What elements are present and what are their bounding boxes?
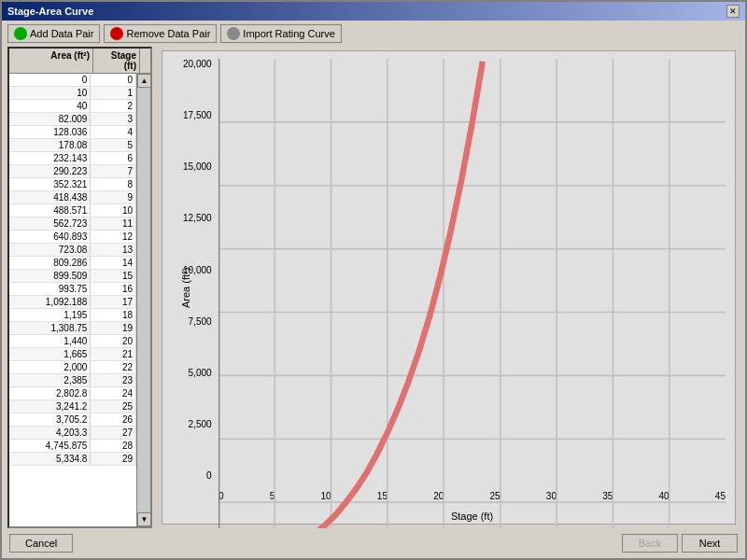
stage-cell: 1: [91, 87, 136, 99]
y-tick-label: 20,000: [183, 59, 212, 69]
stage-cell: 9: [91, 191, 136, 203]
area-cell: 562.723: [9, 217, 91, 230]
area-cell: 10: [9, 87, 91, 99]
chart-inner: 20,00017,50015,00012,50010,0007,5005,000…: [209, 51, 735, 524]
area-cell: 290.223: [9, 165, 91, 177]
table-row[interactable]: 993.7516: [9, 283, 136, 296]
table-row[interactable]: 128.0364: [9, 126, 136, 139]
table-row[interactable]: 82.0093: [9, 113, 136, 126]
area-cell: 899.509: [9, 270, 91, 282]
area-cell: 0: [9, 74, 91, 86]
area-cell: 5,334.8: [9, 453, 91, 465]
add-data-pair-button[interactable]: Add Data Pair: [7, 24, 100, 43]
table-row[interactable]: 2,802.824: [9, 387, 136, 400]
import-rating-curve-button[interactable]: Import Rating Curve: [220, 24, 341, 43]
add-icon: [14, 27, 27, 40]
scroll-down-button[interactable]: ▼: [137, 512, 150, 526]
y-tick-label: 0: [206, 470, 212, 481]
col-header-stage: Stage (ft): [93, 49, 140, 73]
stage-cell: 0: [91, 74, 136, 86]
table-row[interactable]: 3,705.226: [9, 413, 136, 427]
area-cell: 4,745.875: [9, 440, 91, 452]
table-row[interactable]: 418.4389: [9, 191, 136, 204]
area-cell: 352.321: [9, 178, 91, 190]
chart-y-axis-labels: 20,00017,50015,00012,50010,0007,5005,000…: [183, 59, 212, 481]
scroll-up-button[interactable]: ▲: [137, 74, 150, 88]
remove-label: Remove Data Pair: [126, 28, 210, 39]
stage-cell: 5: [91, 139, 136, 151]
area-cell: 2,000: [9, 361, 91, 373]
table-row[interactable]: 1,66521: [9, 348, 136, 361]
stage-cell: 7: [91, 165, 136, 177]
table-row[interactable]: 352.3218: [9, 178, 136, 191]
table-row[interactable]: 1,44020: [9, 335, 136, 348]
close-button[interactable]: ✕: [726, 5, 740, 18]
area-cell: 418.438: [9, 191, 91, 203]
back-button[interactable]: Back: [622, 534, 678, 553]
table-row[interactable]: 1,092.18817: [9, 296, 136, 309]
stage-cell: 3: [91, 113, 136, 125]
stage-cell: 15: [91, 270, 136, 282]
table-row[interactable]: 2,00022: [9, 361, 136, 374]
stage-cell: 25: [91, 400, 136, 413]
table-row[interactable]: 1,19518: [9, 309, 136, 322]
area-cell: 4,203.3: [9, 427, 91, 439]
area-cell: 723.08: [9, 244, 91, 256]
next-button[interactable]: Next: [682, 534, 738, 553]
table-body-wrapper: 0010140282.0093128.0364178.085232.143629…: [9, 74, 150, 526]
table-row[interactable]: 290.2237: [9, 165, 136, 178]
table-row[interactable]: 899.50915: [9, 270, 136, 283]
area-cell: 993.75: [9, 283, 91, 295]
table-row[interactable]: 1,308.7519: [9, 322, 136, 335]
stage-cell: 22: [91, 361, 136, 373]
table-row[interactable]: 00: [9, 74, 136, 87]
stage-cell: 24: [91, 387, 136, 399]
table-row[interactable]: 562.72311: [9, 217, 136, 231]
stage-cell: 6: [91, 152, 136, 164]
remove-data-pair-button[interactable]: Remove Data Pair: [104, 24, 217, 43]
stage-cell: 27: [91, 427, 136, 439]
table-header: Area (ft²) Stage (ft): [9, 49, 150, 74]
table-row[interactable]: 3,241.225: [9, 400, 136, 413]
add-label: Add Data Pair: [30, 28, 93, 39]
table-scrollbar[interactable]: ▲ ▼: [136, 74, 150, 526]
y-tick-label: 17,500: [183, 110, 212, 120]
table-row[interactable]: 809.28614: [9, 257, 136, 270]
stage-cell: 10: [91, 204, 136, 217]
chart-svg: [218, 59, 726, 528]
table-row[interactable]: 402: [9, 100, 136, 113]
area-cell: 2,385: [9, 374, 91, 386]
table-row[interactable]: 640.89312: [9, 231, 136, 244]
area-cell: 809.286: [9, 257, 91, 269]
table-row[interactable]: 2,38523: [9, 374, 136, 387]
y-tick-label: 5,000: [189, 368, 212, 378]
stage-cell: 26: [91, 413, 136, 426]
table-row[interactable]: 101: [9, 87, 136, 100]
table-row[interactable]: 5,334.829: [9, 453, 136, 466]
area-cell: 1,308.75: [9, 322, 91, 334]
stage-cell: 8: [91, 178, 136, 190]
stage-cell: 28: [91, 440, 136, 452]
area-cell: 1,665: [9, 348, 91, 360]
bottom-bar: Cancel Back Next: [2, 528, 745, 558]
area-cell: 1,440: [9, 335, 91, 347]
table-body: 0010140282.0093128.0364178.085232.143629…: [9, 74, 136, 526]
table-row[interactable]: 232.1436: [9, 152, 136, 165]
stage-cell: 18: [91, 309, 136, 321]
y-tick-label: 12,500: [183, 213, 212, 223]
remove-icon: [110, 27, 123, 40]
area-cell: 178.08: [9, 139, 91, 151]
cancel-button[interactable]: Cancel: [9, 534, 73, 553]
table-row[interactable]: 488.57110: [9, 204, 136, 217]
scroll-track: [137, 88, 150, 512]
main-window: Stage-Area Curve ✕ Add Data Pair Remove …: [0, 0, 747, 560]
stage-cell: 12: [91, 231, 136, 243]
import-label: Import Rating Curve: [243, 28, 334, 39]
y-tick-label: 10,000: [183, 265, 212, 275]
stage-cell: 21: [91, 348, 136, 360]
table-row[interactable]: 4,745.87528: [9, 440, 136, 453]
table-row[interactable]: 178.085: [9, 139, 136, 152]
area-cell: 2,802.8: [9, 387, 91, 399]
table-row[interactable]: 723.0813: [9, 244, 136, 257]
table-row[interactable]: 4,203.327: [9, 427, 136, 440]
